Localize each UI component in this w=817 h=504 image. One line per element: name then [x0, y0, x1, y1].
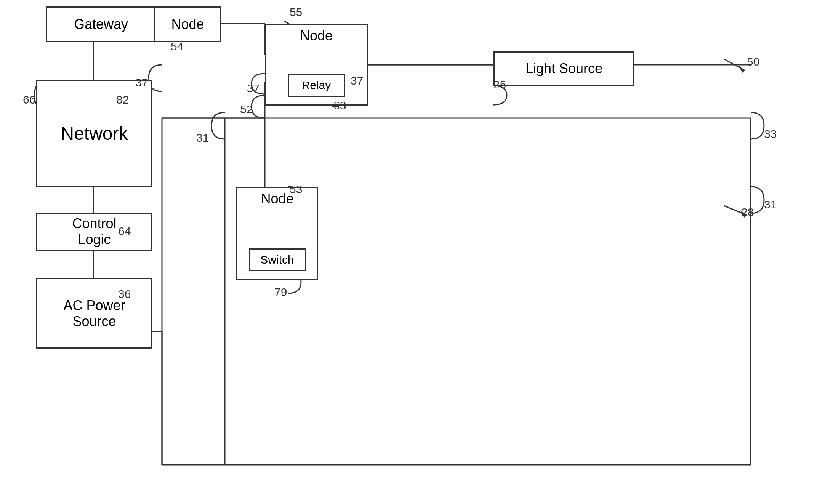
light-source-label: Light Source — [525, 61, 602, 77]
relay-inner-label: Relay — [302, 79, 331, 92]
network-label: Network — [61, 123, 128, 144]
label-79: 79 — [274, 286, 287, 299]
diagram: Gateway Node Network Control Logic AC Po… — [0, 0, 817, 504]
label-52: 52 — [240, 103, 253, 116]
relay-inner-box: Relay — [288, 74, 345, 97]
node-relay-outer-box: Node Relay — [265, 24, 368, 106]
node-switch-outer-label: Node — [261, 191, 293, 207]
control-logic-label: Control Logic — [72, 216, 116, 248]
label-33: 33 — [764, 128, 777, 141]
label-37c: 37 — [351, 74, 363, 87]
switch-inner-label: Switch — [260, 253, 294, 266]
label-31b: 31 — [764, 198, 777, 211]
label-31a: 31 — [196, 131, 209, 144]
light-source-box: Light Source — [493, 51, 634, 86]
gateway-label: Gateway — [74, 16, 128, 32]
gateway-box: Gateway — [46, 6, 156, 42]
label-54: 54 — [171, 40, 183, 53]
node-top-box: Node — [154, 6, 221, 42]
svg-marker-22 — [739, 66, 745, 73]
label-66: 66 — [23, 93, 35, 106]
label-25: 25 — [493, 78, 506, 91]
label-53: 53 — [290, 183, 302, 196]
svg-line-21 — [724, 59, 745, 70]
network-box: Network — [36, 80, 152, 187]
label-37b: 37 — [247, 82, 260, 95]
node-relay-outer-label: Node — [300, 28, 333, 44]
ac-power-box: AC Power Source — [36, 278, 152, 349]
label-64: 64 — [118, 225, 131, 238]
node-switch-outer-box: Node Switch — [236, 187, 318, 280]
node-top-label: Node — [171, 16, 204, 32]
label-50: 50 — [747, 55, 759, 68]
switch-inner-box: Switch — [249, 248, 306, 271]
label-63: 63 — [333, 99, 346, 112]
label-28: 28 — [741, 206, 754, 219]
label-82: 82 — [116, 93, 129, 106]
connection-lines — [0, 0, 817, 504]
label-37a: 37 — [135, 76, 148, 89]
control-logic-box: Control Logic — [36, 213, 152, 251]
ac-power-label: AC Power Source — [63, 298, 125, 330]
label-36: 36 — [118, 288, 131, 301]
label-55: 55 — [290, 6, 302, 19]
